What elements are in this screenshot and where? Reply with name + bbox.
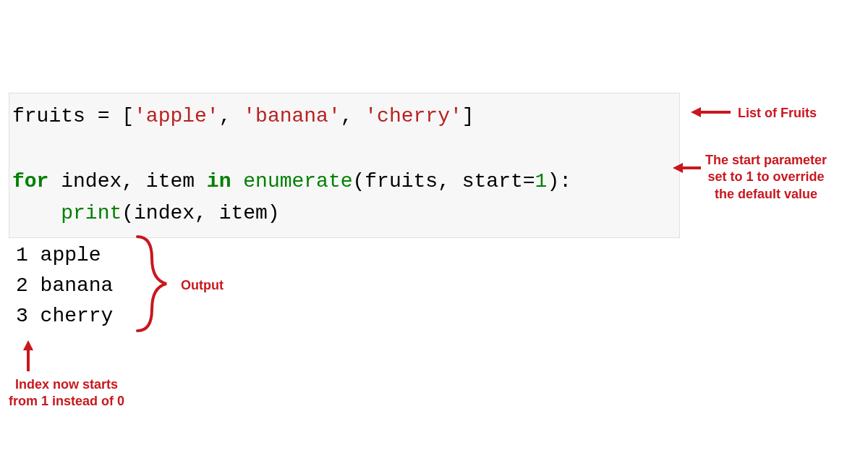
arrow-start-icon bbox=[673, 163, 683, 173]
annotation-start-line3: the default value bbox=[715, 187, 817, 201]
annotation-index-line2: from 1 instead of 0 bbox=[9, 394, 124, 408]
annotation-start-line2: set to 1 to override bbox=[708, 169, 825, 184]
code-block: fruits = ['apple', 'banana', 'cherry'] f… bbox=[9, 93, 680, 238]
output-line2: 2 banana bbox=[16, 274, 113, 297]
output-line1: 1 apple bbox=[16, 244, 101, 266]
code-str2: 'banana' bbox=[243, 105, 340, 127]
code-str1: 'apple' bbox=[134, 105, 219, 127]
annotation-fruits: List of Fruits bbox=[738, 106, 817, 121]
arrow-index-line bbox=[27, 350, 30, 371]
annotation-index: Index now starts from 1 instead of 0 bbox=[9, 376, 124, 410]
code-space bbox=[231, 170, 243, 193]
arrow-start-line bbox=[682, 166, 701, 169]
code-comma2: , bbox=[341, 105, 365, 127]
code-comma1: , bbox=[219, 105, 244, 127]
annotation-fruits-text: List of Fruits bbox=[738, 106, 817, 120]
brace-icon bbox=[134, 233, 170, 334]
code-var: fruits bbox=[12, 105, 85, 127]
arrow-fruits-icon bbox=[691, 107, 701, 117]
code-indent bbox=[12, 202, 61, 224]
code-str3: 'cherry' bbox=[365, 105, 461, 127]
annotation-output-text: Output bbox=[181, 278, 224, 292]
code-print: print bbox=[61, 202, 122, 224]
annotation-output: Output bbox=[181, 278, 224, 293]
annotation-index-line1: Index now starts bbox=[15, 377, 118, 392]
code-loop-vars: index, item bbox=[48, 170, 206, 193]
annotation-start-line1: The start parameter bbox=[705, 153, 827, 167]
code-num1: 1 bbox=[535, 170, 548, 193]
code-paren-open: (fruits, start= bbox=[353, 170, 535, 193]
arrow-fruits-line bbox=[700, 111, 731, 114]
code-for: for bbox=[12, 170, 48, 193]
annotation-start: The start parameter set to 1 to override… bbox=[705, 152, 827, 203]
code-in: in bbox=[207, 170, 231, 193]
code-assign: = [ bbox=[85, 105, 134, 127]
code-enumerate: enumerate bbox=[243, 170, 352, 193]
code-close-bracket: ] bbox=[462, 105, 475, 127]
arrow-index-icon bbox=[23, 340, 33, 350]
code-print-args: (index, item) bbox=[122, 202, 279, 224]
code-paren-close: ): bbox=[547, 170, 571, 193]
output-block: 1 apple 2 banana 3 cherry bbox=[16, 240, 113, 332]
output-line3: 3 cherry bbox=[16, 305, 113, 327]
